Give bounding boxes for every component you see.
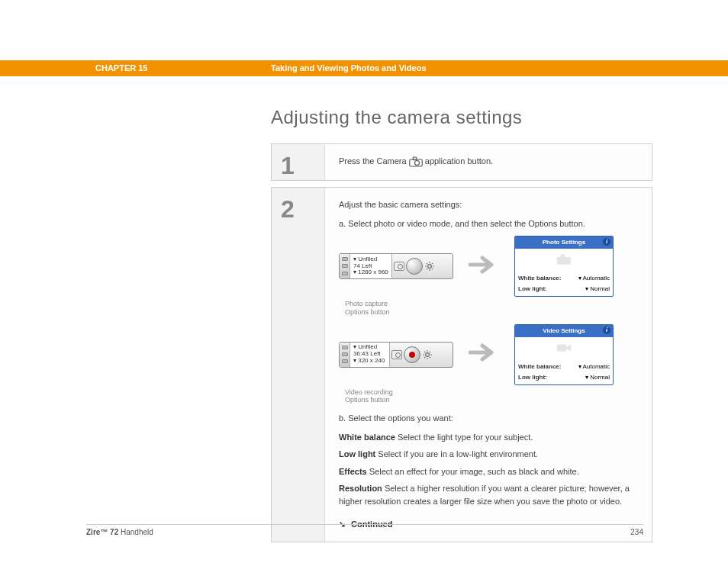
svg-rect-1 xyxy=(413,157,417,160)
step-number: 2 xyxy=(281,195,324,224)
photo-settings-title: Photo Settingsi xyxy=(515,236,613,249)
step1-text-after: application button. xyxy=(425,156,493,166)
svg-rect-4 xyxy=(557,257,571,265)
opt-res-term: Resolution xyxy=(339,484,382,493)
photo-capture-bar: ▾ Unfiled 74 Left ▾ 1280 x 960 xyxy=(339,253,453,279)
ps-ll-val: ▾ Normal xyxy=(585,285,610,294)
camera-silhouette-icon xyxy=(518,252,610,273)
video-info: ▾ Unfiled 36:43 Left ▾ 320 x 240 xyxy=(350,343,390,367)
vs-wb-val: ▾ Automatic xyxy=(578,362,610,372)
photo-ui-row: ▾ Unfiled 74 Left ▾ 1280 x 960 xyxy=(339,236,638,297)
chapter-label: CHAPTER 15 xyxy=(95,60,271,76)
drag-handle-icon xyxy=(340,254,350,278)
video-settings-title-text: Video Settings xyxy=(543,327,585,334)
camera-icon xyxy=(409,156,423,167)
vs-wb-label: White balance: xyxy=(518,362,561,372)
section-title: Adjusting the camera settings xyxy=(271,107,652,128)
svg-point-6 xyxy=(426,352,430,356)
step-1: 1 Press the Camera application button. xyxy=(271,143,652,181)
opt-wb-term: White balance xyxy=(339,433,395,442)
opt-ll-desc: Select if you are in a low-light environ… xyxy=(375,449,538,458)
drag-handle-icon xyxy=(340,343,350,367)
opt-wb-desc: Select the light type for your subject. xyxy=(395,433,533,442)
chapter-title: Taking and Viewing Photos and Videos xyxy=(271,60,728,76)
footer-product: Zire™ 72 Handheld xyxy=(86,528,153,536)
arrow-right-icon xyxy=(469,341,499,368)
ps-wb-label: White balance: xyxy=(518,274,561,283)
footer-page-number: 234 xyxy=(630,528,643,536)
footer-product-rest: Handheld xyxy=(118,528,153,536)
arrow-right-icon xyxy=(469,253,499,280)
svg-point-2 xyxy=(414,161,419,166)
step-body: Press the Camera application button. xyxy=(325,144,652,180)
step-number-col: 2 xyxy=(272,188,325,542)
ps-ll-label: Low light: xyxy=(518,285,547,294)
photo-res: ▾ 1280 x 960 xyxy=(353,269,388,276)
video-ui-row: ▾ Unfiled 36:43 Left ▾ 320 x 240 xyxy=(339,324,638,385)
video-buttons xyxy=(390,343,434,367)
photo-caption: Photo capture Options button xyxy=(345,300,638,317)
header-spacer xyxy=(0,60,95,76)
photo-settings-title-text: Photo Settings xyxy=(543,239,585,246)
opt-white-balance: White balance Select the light type for … xyxy=(339,431,638,444)
camera-mode-icon xyxy=(391,350,402,359)
photo-settings-panel: Photo Settingsi White balance:▾ Automati… xyxy=(514,236,614,297)
svg-rect-5 xyxy=(561,254,565,257)
opt-ll-term: Low light xyxy=(339,449,375,458)
step-body: Adjust the basic camera settings: a. Sel… xyxy=(325,188,652,542)
photo-buttons xyxy=(392,254,436,278)
photo-info: ▾ Unfiled 74 Left ▾ 1280 x 960 xyxy=(350,254,392,278)
record-button-icon xyxy=(404,346,420,363)
chapter-header: CHAPTER 15 Taking and Viewing Photos and… xyxy=(0,60,728,76)
opt-effects: Effects Select an effect for your image,… xyxy=(339,465,638,478)
opt-res-desc: Select a higher resolution if you want a… xyxy=(339,484,630,506)
video-caption: Video recording Options button xyxy=(345,388,638,405)
step-number: 1 xyxy=(281,152,324,180)
footer-product-bold: Zire™ 72 xyxy=(86,528,118,536)
opt-low-light: Low light Select if you are in a low-lig… xyxy=(339,448,638,461)
video-res: ▾ 320 x 240 xyxy=(353,358,386,365)
video-capture-bar: ▾ Unfiled 36:43 Left ▾ 320 x 240 xyxy=(339,342,453,368)
page-footer: Zire™ 72 Handheld 234 xyxy=(86,524,643,536)
step1-text-before: Press the Camera xyxy=(339,156,409,166)
info-icon: i xyxy=(603,327,610,334)
opt-ef-term: Effects xyxy=(339,467,367,476)
video-settings-panel: Video Settingsi White balance:▾ Automati… xyxy=(514,324,614,385)
svg-point-3 xyxy=(427,265,431,269)
opt-ef-desc: Select an effect for your image, such as… xyxy=(367,467,579,476)
step-2: 2 Adjust the basic camera settings: a. S… xyxy=(271,187,652,542)
svg-rect-7 xyxy=(557,344,566,351)
ps-wb-val: ▾ Automatic xyxy=(578,274,610,283)
step-number-col: 1 xyxy=(272,144,325,180)
step2-a: a. Select photo or video mode, and then … xyxy=(339,217,638,230)
vs-ll-label: Low light: xyxy=(518,373,547,382)
gear-icon xyxy=(424,261,435,272)
video-settings-title: Video Settingsi xyxy=(515,325,613,337)
shutter-button-icon xyxy=(406,258,423,275)
gear-icon xyxy=(422,349,433,360)
vs-ll-val: ▾ Normal xyxy=(585,373,610,382)
camera-mode-icon xyxy=(394,262,404,271)
step2-b: b. Select the options you want: xyxy=(339,412,638,425)
page-content: Adjusting the camera settings 1 Press th… xyxy=(271,107,652,549)
info-icon: i xyxy=(603,238,610,246)
video-silhouette-icon xyxy=(518,340,610,362)
step2-intro: Adjust the basic camera settings: xyxy=(339,198,638,211)
opt-resolution: Resolution Select a higher resolution if… xyxy=(339,482,638,507)
